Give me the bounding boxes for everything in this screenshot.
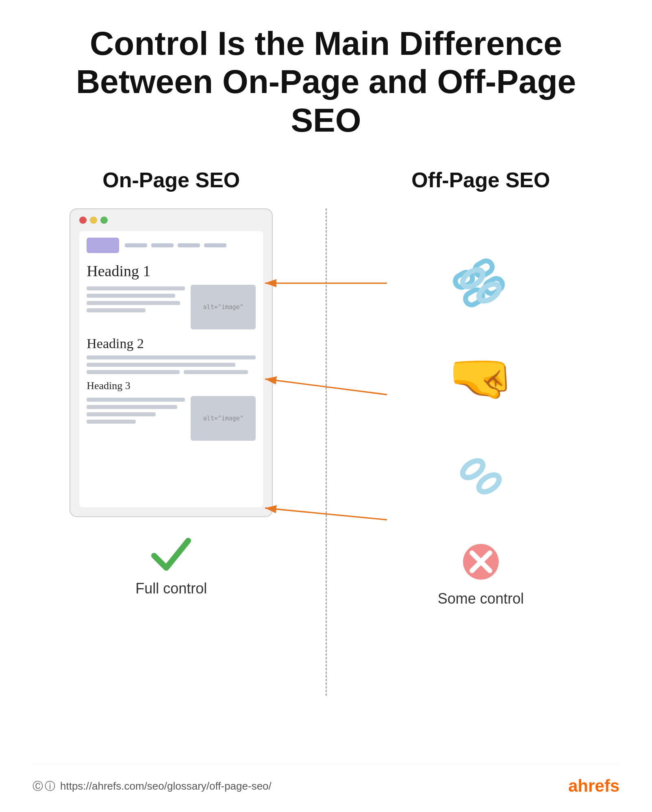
left-col: On-Page SEO: [33, 168, 326, 597]
alt-image-2: alt="image": [191, 396, 256, 441]
some-control-label: Some control: [438, 590, 524, 607]
content-block-2: alt="image": [87, 396, 256, 441]
heading-1: Heading 1: [87, 262, 256, 280]
dot-green: [100, 217, 108, 224]
chain-link-icon-1: [448, 258, 513, 315]
cc-icons: Ⓒ ⓘ: [33, 779, 55, 793]
some-control-item: Some control: [400, 541, 562, 607]
nav-logo-box: [87, 238, 119, 253]
nav-line-4: [204, 243, 226, 247]
text-line: [87, 355, 256, 359]
footer-url: https://ahrefs.com/seo/glossary/off-page…: [60, 780, 272, 793]
full-control-item: Full control: [70, 537, 273, 597]
text-lines-left-2: [87, 396, 185, 424]
text-line: [87, 405, 177, 409]
dot-red: [79, 217, 87, 224]
info-icon: ⓘ: [45, 779, 55, 793]
browser-mockup: Heading 1 alt="image": [70, 208, 273, 517]
heading-2: Heading 2: [87, 336, 256, 351]
browser-wrapper: Heading 1 alt="image": [70, 208, 273, 597]
xmark-icon: [461, 541, 501, 582]
text-line: [87, 286, 185, 290]
text-line: [87, 370, 180, 374]
main-title: Control Is the Main Difference Between O…: [62, 24, 590, 139]
footer: Ⓒ ⓘ https://ahrefs.com/seo/glossary/off-…: [33, 764, 619, 796]
text-line: [184, 370, 248, 374]
text-line: [87, 301, 180, 305]
page-container: Control Is the Main Difference Between O…: [0, 0, 652, 812]
heading-3: Heading 3: [87, 380, 256, 392]
text-lines-left-1: [87, 285, 185, 312]
alt-image-1: alt="image": [191, 285, 256, 329]
dot-yellow: [90, 217, 97, 224]
right-icon-links-2: [400, 438, 562, 517]
right-icons: 🤜: [400, 247, 562, 607]
content-block-1: alt="image": [87, 285, 256, 329]
nav-line-2: [151, 243, 174, 247]
text-line: [87, 363, 235, 367]
cc-icon: Ⓒ: [33, 779, 43, 793]
text-line: [87, 308, 146, 312]
full-control-label: Full control: [135, 580, 207, 597]
text-line: [87, 420, 136, 424]
checkmark-icon: [151, 537, 191, 572]
chain-link-icon-2: [448, 449, 513, 506]
text-line: [87, 412, 155, 416]
text-line: [87, 294, 175, 298]
nav-line-1: [125, 243, 147, 247]
nav-line-3: [178, 243, 200, 247]
right-icon-links-1: [400, 247, 562, 326]
diagram-area: On-Page SEO: [33, 168, 619, 696]
right-col: Off-Page SEO: [327, 168, 619, 607]
browser-nav: [87, 238, 256, 253]
left-col-heading: On-Page SEO: [102, 168, 240, 192]
browser-dots: [79, 217, 263, 224]
right-col-heading: Off-Page SEO: [411, 168, 550, 192]
ahrefs-logo: ahrefs: [568, 776, 619, 796]
hand-emoji: 🤜: [448, 351, 514, 404]
nav-lines-group: [125, 243, 226, 247]
footer-left: Ⓒ ⓘ https://ahrefs.com/seo/glossary/off-…: [33, 779, 272, 793]
right-icon-hand: 🤜: [400, 338, 562, 418]
text-line: [87, 398, 185, 402]
browser-content: Heading 1 alt="image": [79, 231, 263, 507]
text-lines-2: [87, 355, 256, 374]
